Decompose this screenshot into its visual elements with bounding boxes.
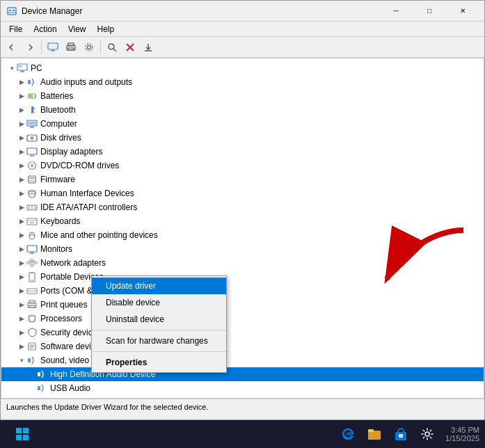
- tree-item-batteries[interactable]: ▶ Batteries: [1, 89, 484, 103]
- toolbar-computer[interactable]: [45, 39, 61, 56]
- menu-file[interactable]: File: [3, 22, 28, 37]
- expand-ports[interactable]: ▶: [17, 286, 26, 296]
- expand-software[interactable]: ▶: [17, 342, 26, 351]
- toolbar-forward[interactable]: [22, 39, 38, 56]
- tree-item-firmware[interactable]: ▶ Firmware: [1, 173, 484, 186]
- expand-portable[interactable]: ▶: [17, 272, 26, 282]
- portable-icon: [26, 271, 38, 282]
- bluetooth-icon: [26, 104, 38, 115]
- expand-storage[interactable]: ▶: [17, 397, 26, 398]
- tree-item-hid[interactable]: ▶ Human Interface Devices: [1, 186, 484, 200]
- taskbar-date: 1/15/2025: [445, 434, 479, 442]
- menu-help[interactable]: Help: [92, 22, 120, 37]
- taskbar-settings[interactable]: [416, 423, 438, 445]
- taskbar-windows[interactable]: [11, 423, 33, 445]
- svg-rect-103: [368, 429, 374, 432]
- tree-item-usb-audio[interactable]: USB Audio: [1, 381, 484, 395]
- tree-item-hd-audio[interactable]: High Definition Audio Device: [1, 367, 484, 381]
- expand-hid[interactable]: ▶: [17, 189, 26, 198]
- toolbar-delete[interactable]: [122, 39, 138, 56]
- tree-item-display[interactable]: ▶ Display adapters: [1, 145, 484, 159]
- expand-batteries[interactable]: ▶: [17, 91, 26, 101]
- taskbar-file-explorer[interactable]: [363, 423, 385, 445]
- toolbar-print[interactable]: [63, 39, 79, 56]
- device-manager-window: Device Manager ─ □ ✕ File Action View He…: [0, 0, 485, 420]
- maximize-button[interactable]: □: [413, 1, 445, 22]
- toolbar-download[interactable]: [140, 39, 157, 56]
- expand-print[interactable]: ▶: [17, 300, 26, 310]
- tree-item-audio[interactable]: ▶ Audio inputs and outputs: [1, 75, 484, 89]
- expand-mice[interactable]: ▶: [17, 230, 26, 240]
- expand-firmware[interactable]: ▶: [17, 175, 26, 184]
- tree-item-portable[interactable]: ▶ Portable Devices: [1, 270, 484, 284]
- context-menu-update-driver[interactable]: Update driver: [92, 278, 226, 294]
- expand-display[interactable]: ▶: [17, 147, 26, 157]
- menu-view[interactable]: View: [63, 22, 92, 37]
- tree-item-ide[interactable]: ▶ IDE ATA/ATAPI controllers: [1, 200, 484, 214]
- svg-rect-61: [31, 264, 33, 266]
- context-menu-scan[interactable]: Scan for hardware changes: [92, 333, 226, 349]
- context-menu-properties[interactable]: Properties: [92, 354, 226, 371]
- expand-ide[interactable]: ▶: [17, 202, 26, 212]
- expand-computer[interactable]: ▶: [17, 119, 26, 129]
- tree-item-security[interactable]: ▶ Security devices: [1, 326, 484, 339]
- tree-item-dvd[interactable]: ▶ DVD/CD-ROM drives: [1, 159, 484, 173]
- taskbar-store[interactable]: [390, 423, 412, 445]
- tree-item-network[interactable]: ▶ Network adapters: [1, 256, 484, 270]
- minimize-button[interactable]: ─: [380, 1, 412, 22]
- expand-bluetooth[interactable]: ▶: [17, 105, 26, 115]
- expand-disk[interactable]: ▶: [17, 133, 26, 143]
- tree-view[interactable]: ▾ PC ▶ Audio inputs and outputs ▶: [1, 58, 484, 398]
- svg-rect-37: [29, 176, 35, 183]
- expand-hd-audio[interactable]: [26, 369, 36, 379]
- toolbar-back[interactable]: [3, 39, 20, 56]
- menu-action[interactable]: Action: [28, 22, 62, 37]
- toolbar-settings[interactable]: [81, 39, 97, 56]
- tree-item-sound[interactable]: ▾ Sound, video and game controllers: [1, 353, 484, 367]
- expand-keyboards[interactable]: ▶: [17, 216, 26, 226]
- tree-item-computer[interactable]: ▶ Computer: [1, 117, 484, 131]
- tree-item-ports[interactable]: ▶ Ports (COM & LPT): [1, 284, 484, 298]
- ports-icon: [26, 285, 38, 296]
- tree-item-processors[interactable]: ▶ Processors: [1, 312, 484, 326]
- context-menu-uninstall[interactable]: Uninstall device: [92, 311, 226, 328]
- tree-item-software[interactable]: ▶ Software devices: [1, 339, 484, 353]
- svg-point-11: [86, 44, 93, 51]
- expand-usb-audio[interactable]: [26, 383, 36, 393]
- tree-item-monitors[interactable]: ▶ Monitors: [1, 242, 484, 256]
- context-menu-disable[interactable]: Disable device: [92, 294, 226, 311]
- usb-audio-icon: [36, 383, 47, 394]
- svg-point-10: [88, 45, 91, 49]
- tree-item-storage[interactable]: ▶ Storage contr…: [1, 395, 484, 398]
- title-bar: Device Manager ─ □ ✕: [1, 1, 484, 22]
- tree-item-keyboards[interactable]: ▶ Keyboards: [1, 214, 484, 228]
- expand-security[interactable]: ▶: [17, 328, 26, 337]
- expand-audio[interactable]: ▶: [17, 77, 26, 87]
- status-text: Launches the Update Driver Wizard for th…: [6, 403, 208, 411]
- tree-item-print[interactable]: ▶ Print queues: [1, 298, 484, 312]
- tree-item-disk[interactable]: ▶ Disk drives: [1, 131, 484, 145]
- svg-rect-75: [29, 316, 35, 321]
- menu-bar: File Action View Help: [1, 22, 484, 37]
- svg-rect-38: [30, 177, 34, 179]
- svg-rect-39: [30, 180, 34, 182]
- svg-rect-90: [38, 386, 40, 390]
- expand-dvd[interactable]: ▶: [17, 161, 26, 170]
- svg-point-71: [34, 290, 35, 291]
- close-button[interactable]: ✕: [447, 1, 479, 22]
- expand-sound[interactable]: ▾: [17, 355, 26, 365]
- status-bar: Launches the Update Driver Wizard for th…: [1, 399, 484, 414]
- svg-rect-105: [399, 434, 403, 438]
- keyboards-icon: [26, 216, 38, 227]
- expand-processors[interactable]: ▶: [17, 314, 26, 323]
- expand-monitors[interactable]: ▶: [17, 244, 26, 254]
- tree-item-bluetooth[interactable]: ▶ Bluetooth: [1, 103, 484, 117]
- expand-network[interactable]: ▶: [17, 258, 26, 268]
- audio-icon: [26, 77, 38, 88]
- expand-pc[interactable]: ▾: [7, 63, 17, 73]
- svg-rect-88: [28, 358, 31, 362]
- tree-item-pc[interactable]: ▾ PC: [1, 61, 484, 75]
- taskbar-edge[interactable]: [337, 423, 359, 445]
- tree-item-mice[interactable]: ▶ Mice and other pointing devices: [1, 228, 484, 242]
- toolbar-search[interactable]: [104, 39, 120, 56]
